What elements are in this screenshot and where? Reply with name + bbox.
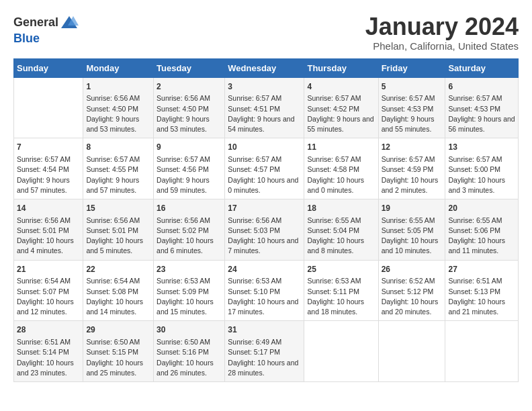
day-number: 20 (448, 203, 515, 214)
day-cell: 26Sunrise: 6:52 AMSunset: 5:12 PMDayligh… (378, 260, 445, 321)
logo-icon (60, 13, 79, 32)
day-number: 13 (448, 142, 515, 153)
day-number: 10 (228, 142, 301, 153)
day-info: Sunrise: 6:57 AMSunset: 4:57 PMDaylight:… (228, 154, 301, 195)
day-info: Sunrise: 6:57 AMSunset: 4:55 PMDaylight:… (86, 154, 150, 195)
day-info: Sunrise: 6:53 AMSunset: 5:10 PMDaylight:… (228, 276, 301, 317)
day-info: Sunrise: 6:57 AMSunset: 4:54 PMDaylight:… (17, 154, 80, 195)
title-area: January 2024 Phelan, California, United … (365, 13, 519, 52)
day-cell (445, 321, 519, 382)
header-wednesday: Wednesday (225, 58, 304, 77)
day-cell: 3Sunrise: 6:57 AMSunset: 4:51 PMDaylight… (225, 77, 304, 138)
day-cell: 30Sunrise: 6:50 AMSunset: 5:16 PMDayligh… (154, 321, 225, 382)
day-cell: 4Sunrise: 6:57 AMSunset: 4:52 PMDaylight… (304, 77, 378, 138)
month-title: January 2024 (365, 13, 519, 40)
day-cell: 12Sunrise: 6:57 AMSunset: 4:59 PMDayligh… (378, 138, 445, 199)
day-number: 11 (307, 142, 375, 153)
day-info: Sunrise: 6:57 AMSunset: 4:52 PMDaylight:… (307, 93, 375, 134)
logo-blue: Blue (13, 32, 40, 45)
day-number: 22 (86, 264, 150, 275)
week-row-5: 28Sunrise: 6:51 AMSunset: 5:14 PMDayligh… (14, 321, 519, 382)
day-number: 26 (382, 264, 443, 275)
header-monday: Monday (83, 58, 154, 77)
day-info: Sunrise: 6:49 AMSunset: 5:17 PMDaylight:… (228, 337, 301, 378)
day-number: 15 (86, 203, 150, 214)
day-number: 24 (228, 264, 301, 275)
day-info: Sunrise: 6:52 AMSunset: 5:12 PMDaylight:… (382, 276, 443, 317)
day-info: Sunrise: 6:50 AMSunset: 5:16 PMDaylight:… (157, 337, 222, 378)
day-cell (304, 321, 378, 382)
day-cell: 14Sunrise: 6:56 AMSunset: 5:01 PMDayligh… (14, 199, 83, 260)
header-friday: Friday (378, 58, 445, 77)
day-number: 14 (17, 203, 80, 214)
day-cell: 23Sunrise: 6:53 AMSunset: 5:09 PMDayligh… (154, 260, 225, 321)
day-cell: 7Sunrise: 6:57 AMSunset: 4:54 PMDaylight… (14, 138, 83, 199)
day-cell: 25Sunrise: 6:53 AMSunset: 5:11 PMDayligh… (304, 260, 378, 321)
day-info: Sunrise: 6:57 AMSunset: 4:56 PMDaylight:… (157, 154, 222, 195)
day-number: 5 (382, 81, 443, 93)
day-number: 12 (382, 142, 443, 153)
day-cell: 29Sunrise: 6:50 AMSunset: 5:15 PMDayligh… (83, 321, 154, 382)
day-number: 3 (228, 81, 301, 93)
week-row-2: 7Sunrise: 6:57 AMSunset: 4:54 PMDaylight… (14, 138, 519, 199)
day-number: 19 (382, 203, 443, 214)
day-cell: 6Sunrise: 6:57 AMSunset: 4:53 PMDaylight… (445, 77, 519, 138)
day-number: 29 (86, 324, 150, 336)
logo: General Blue (13, 13, 79, 46)
day-number: 9 (157, 142, 222, 153)
header-saturday: Saturday (445, 58, 519, 77)
header-thursday: Thursday (304, 58, 378, 77)
day-info: Sunrise: 6:57 AMSunset: 4:53 PMDaylight:… (448, 93, 515, 134)
logo-general: General (13, 16, 58, 30)
day-cell: 13Sunrise: 6:57 AMSunset: 5:00 PMDayligh… (445, 138, 519, 199)
header-tuesday: Tuesday (154, 58, 225, 77)
day-number: 28 (17, 324, 80, 336)
day-info: Sunrise: 6:51 AMSunset: 5:13 PMDaylight:… (448, 276, 515, 317)
day-info: Sunrise: 6:56 AMSunset: 5:02 PMDaylight:… (157, 216, 222, 257)
day-cell: 20Sunrise: 6:55 AMSunset: 5:06 PMDayligh… (445, 199, 519, 260)
day-info: Sunrise: 6:56 AMSunset: 5:03 PMDaylight:… (228, 216, 301, 257)
day-cell: 10Sunrise: 6:57 AMSunset: 4:57 PMDayligh… (225, 138, 304, 199)
day-number: 1 (86, 81, 150, 93)
week-row-4: 21Sunrise: 6:54 AMSunset: 5:07 PMDayligh… (14, 260, 519, 321)
week-row-3: 14Sunrise: 6:56 AMSunset: 5:01 PMDayligh… (14, 199, 519, 260)
day-cell: 11Sunrise: 6:57 AMSunset: 4:58 PMDayligh… (304, 138, 378, 199)
day-info: Sunrise: 6:53 AMSunset: 5:11 PMDaylight:… (307, 276, 375, 317)
week-row-1: 1Sunrise: 6:56 AMSunset: 4:50 PMDaylight… (14, 77, 519, 138)
day-info: Sunrise: 6:55 AMSunset: 5:06 PMDaylight:… (448, 216, 515, 257)
day-info: Sunrise: 6:54 AMSunset: 5:08 PMDaylight:… (86, 276, 150, 317)
day-cell: 19Sunrise: 6:55 AMSunset: 5:05 PMDayligh… (378, 199, 445, 260)
day-cell: 27Sunrise: 6:51 AMSunset: 5:13 PMDayligh… (445, 260, 519, 321)
day-info: Sunrise: 6:56 AMSunset: 4:50 PMDaylight:… (86, 93, 150, 134)
day-number: 6 (448, 81, 515, 93)
day-cell: 21Sunrise: 6:54 AMSunset: 5:07 PMDayligh… (14, 260, 83, 321)
day-cell: 17Sunrise: 6:56 AMSunset: 5:03 PMDayligh… (225, 199, 304, 260)
day-cell: 1Sunrise: 6:56 AMSunset: 4:50 PMDaylight… (83, 77, 154, 138)
day-number: 30 (157, 324, 222, 336)
day-info: Sunrise: 6:57 AMSunset: 5:00 PMDaylight:… (448, 154, 515, 195)
day-cell: 31Sunrise: 6:49 AMSunset: 5:17 PMDayligh… (225, 321, 304, 382)
day-number: 25 (307, 264, 375, 275)
day-info: Sunrise: 6:51 AMSunset: 5:14 PMDaylight:… (17, 337, 80, 378)
day-number: 17 (228, 203, 301, 214)
day-number: 23 (157, 264, 222, 275)
day-cell: 28Sunrise: 6:51 AMSunset: 5:14 PMDayligh… (14, 321, 83, 382)
day-cell: 24Sunrise: 6:53 AMSunset: 5:10 PMDayligh… (225, 260, 304, 321)
day-cell: 15Sunrise: 6:56 AMSunset: 5:01 PMDayligh… (83, 199, 154, 260)
day-info: Sunrise: 6:56 AMSunset: 5:01 PMDaylight:… (17, 216, 80, 257)
day-number: 21 (17, 264, 80, 275)
day-number: 31 (228, 324, 301, 336)
day-info: Sunrise: 6:56 AMSunset: 4:50 PMDaylight:… (157, 93, 222, 134)
day-info: Sunrise: 6:56 AMSunset: 5:01 PMDaylight:… (86, 216, 150, 257)
day-cell: 8Sunrise: 6:57 AMSunset: 4:55 PMDaylight… (83, 138, 154, 199)
day-info: Sunrise: 6:55 AMSunset: 5:04 PMDaylight:… (307, 216, 375, 257)
day-cell: 18Sunrise: 6:55 AMSunset: 5:04 PMDayligh… (304, 199, 378, 260)
day-info: Sunrise: 6:57 AMSunset: 4:51 PMDaylight:… (228, 93, 301, 134)
day-cell (378, 321, 445, 382)
day-number: 18 (307, 203, 375, 214)
header-row: SundayMondayTuesdayWednesdayThursdayFrid… (14, 58, 519, 77)
day-cell: 16Sunrise: 6:56 AMSunset: 5:02 PMDayligh… (154, 199, 225, 260)
day-number: 2 (157, 81, 222, 93)
day-cell: 2Sunrise: 6:56 AMSunset: 4:50 PMDaylight… (154, 77, 225, 138)
day-info: Sunrise: 6:57 AMSunset: 4:53 PMDaylight:… (382, 93, 443, 134)
